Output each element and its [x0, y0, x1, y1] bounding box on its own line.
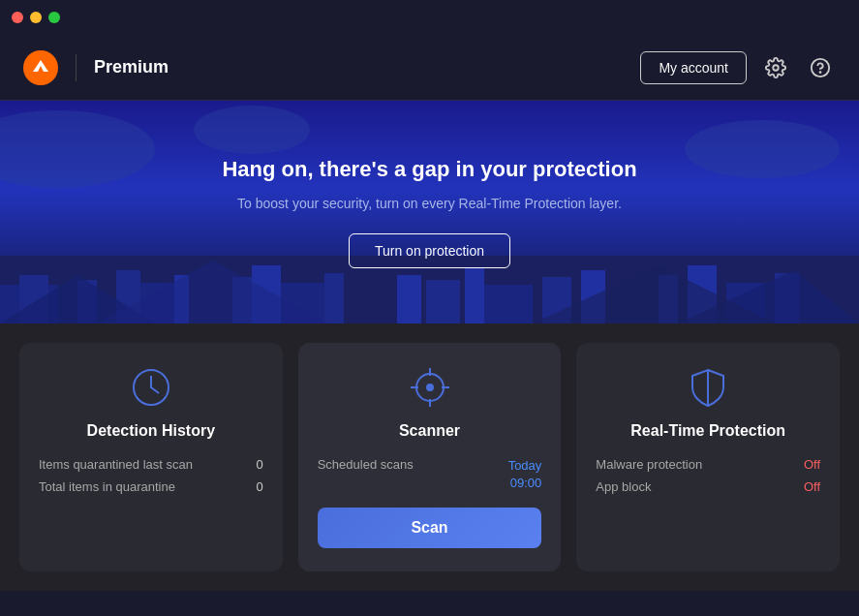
minimize-button[interactable]: [30, 12, 42, 23]
total-quarantine-row: Total items in quarantine 0: [39, 479, 263, 494]
svg-rect-21: [484, 285, 533, 323]
help-icon: [810, 57, 831, 78]
svg-rect-19: [426, 280, 460, 323]
clock-icon: [130, 366, 172, 409]
real-time-protection-card: Real-Time Protection Malware protection …: [576, 343, 840, 571]
app-block-row: App block Off: [596, 479, 820, 494]
logo-area: Premium: [23, 50, 640, 85]
settings-button[interactable]: [760, 52, 791, 83]
malware-protection-label: Malware protection: [596, 457, 702, 472]
maximize-button[interactable]: [48, 12, 60, 23]
hero-banner: Hang on, there's a gap in your protectio…: [0, 101, 859, 323]
help-button[interactable]: [805, 52, 836, 83]
hero-title: Hang on, there's a gap in your protectio…: [222, 157, 636, 182]
svg-point-40: [426, 384, 434, 391]
detection-history-icon-container: [39, 366, 263, 409]
app-block-label: App block: [596, 479, 651, 494]
svg-point-1: [773, 65, 779, 71]
svg-rect-17: [349, 285, 397, 323]
scanner-title: Scanner: [318, 422, 542, 440]
app-block-value: Off: [804, 479, 820, 494]
quarantined-last-scan-value: 0: [256, 457, 262, 472]
real-time-protection-icon-container: [596, 366, 820, 409]
scheduled-scans-row: Scheduled scans Today09:00: [318, 457, 542, 492]
header-actions: My account: [640, 51, 836, 84]
malware-protection-row: Malware protection Off: [596, 457, 820, 472]
scan-button[interactable]: Scan: [318, 508, 542, 548]
shield-icon: [687, 366, 729, 409]
svg-rect-20: [465, 267, 484, 323]
quarantined-last-scan-row: Items quarantined last scan 0: [39, 457, 263, 472]
cloud-decoration-1: [0, 110, 155, 188]
detection-history-card: Detection History Items quarantined last…: [19, 343, 283, 571]
malware-protection-value: Off: [804, 457, 820, 472]
svg-rect-16: [324, 273, 344, 323]
turn-on-protection-button[interactable]: Turn on protection: [349, 233, 510, 268]
logo-divider: [76, 54, 77, 81]
total-quarantine-label: Total items in quarantine: [39, 479, 175, 494]
scanner-icon-container: [318, 366, 542, 409]
gear-icon: [765, 57, 786, 78]
cards-section: Detection History Items quarantined last…: [0, 323, 859, 591]
scheduled-scans-label: Scheduled scans: [318, 457, 414, 492]
scheduled-scans-value: Today09:00: [508, 457, 542, 492]
my-account-button[interactable]: My account: [640, 51, 747, 84]
header: Premium My account: [0, 35, 859, 101]
scanner-card: Scanner Scheduled scans Today09:00 Scan: [298, 343, 562, 571]
total-quarantine-value: 0: [256, 479, 262, 494]
detection-history-title: Detection History: [39, 422, 263, 440]
avast-logo-icon: [23, 50, 58, 85]
cloud-decoration-3: [194, 106, 310, 154]
quarantined-last-scan-label: Items quarantined last scan: [39, 457, 193, 472]
cloud-decoration-2: [685, 120, 840, 178]
logo-text: Premium: [94, 57, 169, 77]
hero-subtitle: To boost your security, turn on every Re…: [237, 194, 622, 214]
svg-point-0: [23, 50, 58, 85]
svg-rect-18: [397, 275, 421, 323]
crosshair-icon: [409, 366, 451, 409]
titlebar: [0, 0, 859, 35]
traffic-lights: [12, 12, 60, 23]
close-button[interactable]: [12, 12, 23, 23]
real-time-protection-title: Real-Time Protection: [596, 422, 820, 440]
